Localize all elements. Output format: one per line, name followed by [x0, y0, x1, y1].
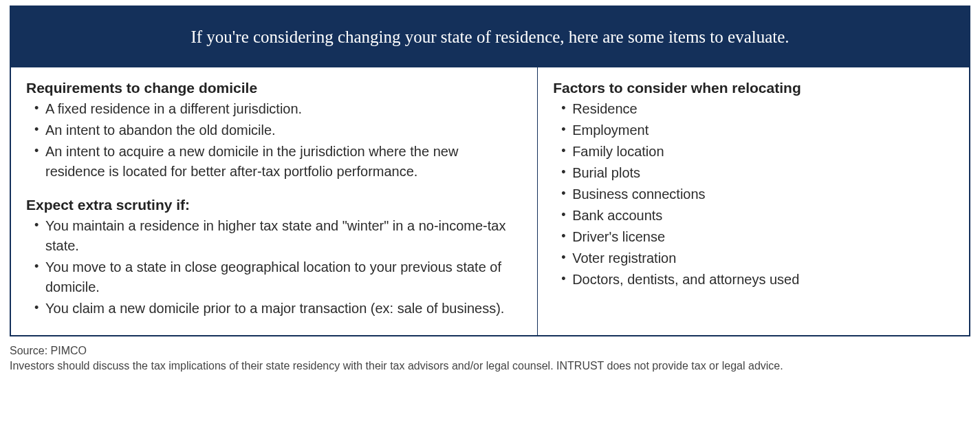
- info-card: If you're considering changing your stat…: [10, 6, 970, 336]
- list-item: An intent to abandon the old domicile.: [26, 120, 518, 140]
- card-header-title: If you're considering changing your stat…: [190, 28, 789, 46]
- columns-container: Requirements to change domicile A fixed …: [11, 67, 969, 335]
- list-item: An intent to acquire a new domicile in t…: [26, 142, 518, 182]
- list-item: You claim a new domicile prior to a majo…: [26, 299, 518, 319]
- section-heading-factors: Factors to consider when relocating: [553, 80, 950, 96]
- footnote: Source: PIMCO Investors should discuss t…: [10, 343, 970, 373]
- footnote-source: Source: PIMCO: [10, 343, 970, 358]
- card-header: If you're considering changing your stat…: [11, 7, 969, 67]
- list-item: Residence: [553, 99, 950, 119]
- list-item: Family location: [553, 142, 950, 162]
- requirements-list: A fixed residence in a different jurisdi…: [26, 99, 518, 182]
- scrutiny-list: You maintain a residence in higher tax s…: [26, 216, 518, 319]
- list-item: Employment: [553, 120, 950, 140]
- factors-list: Residence Employment Family location Bur…: [553, 99, 950, 290]
- list-item: Voter registration: [553, 248, 950, 268]
- left-column: Requirements to change domicile A fixed …: [11, 67, 538, 335]
- section-heading-requirements: Requirements to change domicile: [26, 80, 518, 96]
- list-item: A fixed residence in a different jurisdi…: [26, 99, 518, 119]
- list-item: Driver's license: [553, 227, 950, 247]
- list-item: Doctors, dentists, and attorneys used: [553, 270, 950, 290]
- list-item: Business connections: [553, 184, 950, 204]
- section-heading-scrutiny: Expect extra scrutiny if:: [26, 197, 518, 213]
- list-item: You move to a state in close geographica…: [26, 257, 518, 297]
- list-item: You maintain a residence in higher tax s…: [26, 216, 518, 256]
- footnote-disclaimer: Investors should discuss the tax implica…: [10, 358, 970, 374]
- list-item: Bank accounts: [553, 206, 950, 226]
- right-column: Factors to consider when relocating Resi…: [538, 67, 969, 335]
- list-item: Burial plots: [553, 163, 950, 183]
